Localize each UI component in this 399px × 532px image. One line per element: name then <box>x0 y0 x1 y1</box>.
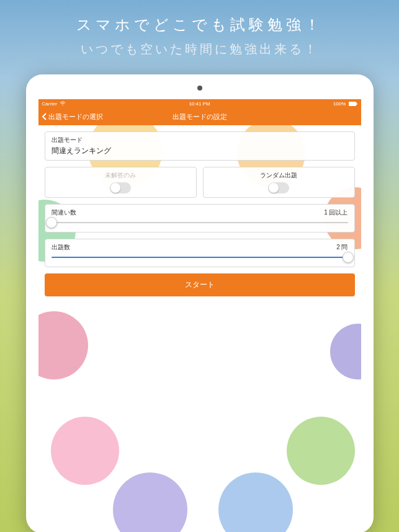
wifi-icon <box>60 101 66 106</box>
decorative-circle <box>287 417 355 485</box>
battery-label: 100% <box>333 101 357 107</box>
decorative-circle <box>218 472 293 532</box>
slider-mistakes-value: 1 回以上 <box>324 208 347 217</box>
decorative-circle <box>113 472 187 532</box>
toggle-random[interactable]: ランダム出題 <box>203 167 355 198</box>
slider-count-track[interactable] <box>52 257 348 258</box>
mode-card[interactable]: 出題モード 間違えランキング <box>45 131 355 161</box>
content-area: 出題モード 間違えランキング 未解答のみ ランダム出題 間違い数 1 回以上 <box>38 125 361 532</box>
svg-rect-2 <box>356 103 357 105</box>
page-title: 出題モードの設定 <box>173 112 227 122</box>
svg-point-0 <box>62 105 63 106</box>
slider-mistakes-label: 間違い数 <box>52 208 76 217</box>
screen: Carrier 10:41 PM 100% 出題モードの選択 出題モードの設定 … <box>38 99 361 532</box>
battery-icon <box>349 102 357 106</box>
tablet-frame: Carrier 10:41 PM 100% 出題モードの選択 出題モードの設定 … <box>26 74 374 532</box>
toggle-row: 未解答のみ ランダム出題 <box>45 167 355 198</box>
status-time: 10:41 PM <box>189 101 210 107</box>
slider-count[interactable]: 出題数 2 問 <box>45 239 355 267</box>
back-button[interactable]: 出題モードの選択 <box>38 112 103 122</box>
decorative-circle <box>330 324 361 379</box>
slider-count-value: 2 問 <box>336 243 347 252</box>
mode-value: 間違えランキング <box>52 146 348 156</box>
camera-icon <box>197 86 202 91</box>
chevron-left-icon <box>41 113 48 120</box>
toggle-unanswered-label: 未解答のみ <box>50 171 191 180</box>
slider-count-thumb[interactable] <box>343 252 354 263</box>
start-button[interactable]: スタート <box>45 273 355 296</box>
promo-title: スマホでどこでも試験勉強！ <box>0 0 399 35</box>
slider-mistakes[interactable]: 間違い数 1 回以上 <box>45 204 355 233</box>
slider-count-label: 出題数 <box>52 243 70 252</box>
promo-subtitle: いつでも空いた時間に勉強出来る！ <box>0 41 399 58</box>
carrier-label: Carrier <box>42 101 66 107</box>
svg-rect-1 <box>349 102 356 106</box>
toggle-unanswered: 未解答のみ <box>45 167 197 198</box>
decorative-circle <box>38 311 88 379</box>
back-label: 出題モードの選択 <box>48 112 103 122</box>
toggle-random-label: ランダム出題 <box>208 171 349 180</box>
nav-bar: 出題モードの選択 出題モードの設定 <box>38 108 361 125</box>
mode-label: 出題モード <box>52 136 348 144</box>
slider-mistakes-track[interactable] <box>52 222 348 223</box>
switch-random[interactable] <box>268 182 289 193</box>
slider-mistakes-thumb[interactable] <box>46 217 57 228</box>
switch-unanswered <box>110 182 131 193</box>
status-bar: Carrier 10:41 PM 100% <box>38 99 361 108</box>
decorative-circle <box>51 417 119 485</box>
